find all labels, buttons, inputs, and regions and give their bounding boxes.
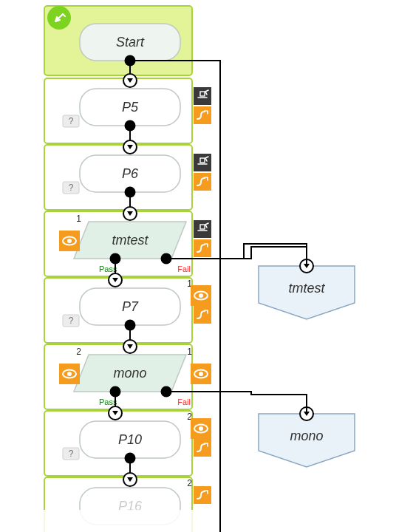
node-p5[interactable]: P5 ? <box>44 74 211 143</box>
num-right: 1 <box>187 347 192 357</box>
question-badge: ? <box>63 182 79 194</box>
flow-diagram: Start P5 ? P6 ? <box>0 0 413 532</box>
start-block[interactable]: Start <box>44 6 192 75</box>
node-label: tmtest <box>112 233 149 248</box>
dark-icon[interactable] <box>194 154 211 171</box>
node-p10[interactable]: P10 ? 2 <box>44 406 211 476</box>
node-label: P10 <box>118 432 142 447</box>
dark-icon[interactable] <box>194 87 211 105</box>
eye-icon-right[interactable] <box>191 418 211 439</box>
fail-label: Fail <box>177 265 191 273</box>
eye-icon-right[interactable] <box>191 285 211 306</box>
node-mono[interactable]: mono 2 1 Pass Fail <box>44 340 211 409</box>
side-label: mono <box>290 429 323 443</box>
start-label: Start <box>116 35 145 50</box>
svg-text:?: ? <box>69 449 74 459</box>
orange-icon[interactable] <box>194 239 211 257</box>
edit-icon[interactable] <box>47 6 71 30</box>
node-label: P5 <box>122 100 139 115</box>
orange-icon[interactable] <box>194 486 211 504</box>
node-label: P6 <box>122 166 139 181</box>
node-label: P7 <box>122 299 139 314</box>
fail-label: Fail <box>177 398 191 406</box>
svg-rect-44 <box>43 510 194 532</box>
side-label: tmtest <box>288 281 325 296</box>
question-badge: ? <box>63 448 79 460</box>
orange-icon[interactable] <box>194 306 211 324</box>
svg-text:?: ? <box>69 116 74 126</box>
num-left: 1 <box>76 214 81 224</box>
eye-icon-left[interactable] <box>59 231 80 251</box>
num-left: 2 <box>76 347 81 357</box>
svg-text:?: ? <box>69 183 74 193</box>
node-label: mono <box>113 366 146 381</box>
node-p6[interactable]: P6 ? <box>44 140 211 210</box>
node-p7[interactable]: P7 ? 1 <box>44 273 211 343</box>
svg-text:?: ? <box>69 316 74 326</box>
side-node-mono[interactable]: mono <box>259 407 355 467</box>
num-right: 2 <box>187 478 192 488</box>
node-tmtest[interactable]: tmtest 1 Pass Fail <box>44 207 211 276</box>
orange-icon[interactable] <box>194 173 211 191</box>
eye-icon-left[interactable] <box>59 364 80 384</box>
side-node-tmtest[interactable]: tmtest <box>259 259 355 319</box>
eye-icon-right[interactable] <box>191 364 211 384</box>
orange-icon[interactable] <box>194 106 211 124</box>
dark-icon[interactable] <box>194 220 211 238</box>
question-badge: ? <box>63 315 79 327</box>
question-badge: ? <box>63 115 79 127</box>
orange-icon[interactable] <box>194 439 211 457</box>
